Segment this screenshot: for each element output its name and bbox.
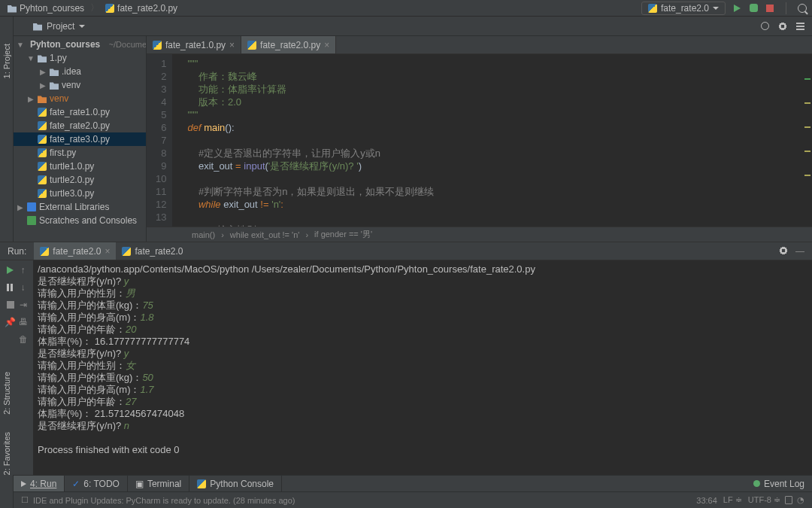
gear-icon[interactable]: [779, 246, 788, 255]
tree-item[interactable]: fate_rate2.0.py: [14, 119, 146, 132]
left-bottom-gutter: 2: Structure 2: Favorites: [0, 475, 14, 508]
project-view-dropdown[interactable]: Project: [27, 21, 91, 32]
folder-icon: [33, 22, 42, 31]
chevron-down-icon: [79, 25, 85, 28]
stop-icon: [766, 5, 774, 12]
python-icon: [38, 148, 47, 157]
stop-button[interactable]: [5, 300, 15, 309]
stop-button[interactable]: [765, 3, 775, 14]
tree-item[interactable]: turtle3.0.py: [14, 187, 146, 200]
tree-external-libs[interactable]: ▶External Libraries: [14, 200, 146, 214]
project-tree[interactable]: ▼Pyhton_courses ~/Documents/ ▼1.py ▶.ide…: [14, 36, 147, 242]
scratch-icon: [27, 216, 36, 225]
python-icon: [40, 247, 49, 256]
close-icon[interactable]: ×: [105, 246, 110, 257]
run-tool-tab[interactable]: 4: Run: [14, 476, 65, 491]
python-icon: [38, 135, 47, 144]
close-icon[interactable]: ×: [229, 40, 235, 50]
structure-tool-tab[interactable]: 2: Structure: [2, 369, 12, 418]
tree-root[interactable]: ▼Pyhton_courses ~/Documents/: [14, 38, 146, 51]
python-console-tool-tab[interactable]: Python Console: [189, 476, 282, 491]
project-toolbar: Project: [0, 17, 812, 36]
project-tool-tab[interactable]: 1: Project: [2, 41, 12, 81]
file-encoding[interactable]: UTF-8 ≑: [748, 495, 780, 505]
python-icon: [38, 121, 47, 130]
code-editor[interactable]: 12345678910111213141516 """ 作者：魏云峰 功能：体脂…: [147, 54, 812, 227]
search-everywhere-button[interactable]: [797, 3, 807, 14]
down-button[interactable]: ↓: [18, 282, 28, 292]
tree-item[interactable]: turtle1.0.py: [14, 160, 146, 173]
debug-button[interactable]: [748, 3, 759, 14]
python-icon: [153, 41, 162, 50]
pause-button[interactable]: [5, 282, 15, 292]
play-icon: [21, 481, 26, 487]
chevron-down-icon: [713, 7, 719, 10]
code-body[interactable]: """ 作者：魏云峰 功能：体脂率计算器 版本：2.0 """ def main…: [172, 54, 812, 227]
print-button[interactable]: 🖶: [18, 317, 28, 327]
todo-tool-tab[interactable]: ✓6: TODO: [65, 476, 128, 491]
trash-button[interactable]: 🗑: [18, 334, 28, 344]
tree-item[interactable]: ▶.idea: [14, 65, 146, 78]
editor-tab-active[interactable]: fate_rate2.0.py×: [241, 36, 336, 53]
breadcrumb-file[interactable]: fate_rate2.0.py: [102, 3, 180, 14]
tree-item[interactable]: turtle2.0.py: [14, 173, 146, 187]
tree-item[interactable]: first.py: [14, 146, 146, 160]
hide-icon[interactable]: —: [795, 246, 804, 257]
inspector-icon[interactable]: ◔: [797, 495, 804, 505]
breadcrumb-project[interactable]: Pyhton_courses: [5, 3, 87, 14]
folder-icon: [38, 53, 47, 62]
run-panel-label: Run:: [0, 246, 34, 257]
error-stripe: [804, 72, 812, 211]
lock-icon[interactable]: [785, 496, 792, 504]
breadcrumb: Pyhton_courses 〉 fate_rate2.0.py: [5, 2, 180, 14]
python-icon: [38, 175, 47, 184]
run-tab-active[interactable]: fate_rate2.0×: [34, 242, 116, 260]
left-gutter: 1: Project: [0, 36, 14, 242]
rerun-button[interactable]: [5, 265, 15, 275]
editor-tab[interactable]: fate_rate1.0.py×: [147, 36, 241, 53]
status-bar: ☐ IDE and Plugin Updates: PyCharm is rea…: [14, 491, 812, 508]
bug-icon: [750, 4, 758, 12]
run-tab[interactable]: fate_rate2.0: [116, 242, 189, 260]
python-icon: [38, 108, 47, 117]
scroll-from-source-icon[interactable]: [761, 22, 769, 30]
tree-scratches[interactable]: Scratches and Consoles: [14, 214, 146, 227]
cursor-position[interactable]: 33:64: [696, 496, 717, 505]
run-panel: Run: fate_rate2.0× fate_rate2.0 — 📌 ↑ ↓ …: [0, 242, 812, 475]
python-icon: [105, 4, 114, 13]
python-icon: [38, 162, 47, 171]
chevron-right-icon: 〉: [90, 2, 99, 14]
tree-item[interactable]: ▶venv: [14, 92, 146, 105]
tree-item[interactable]: fate_rate1.0.py: [14, 105, 146, 119]
up-button[interactable]: ↑: [18, 265, 28, 275]
line-separator[interactable]: LF ≑: [723, 495, 742, 505]
run-button[interactable]: [732, 3, 742, 14]
library-icon: [27, 202, 36, 211]
terminal-tool-tab[interactable]: ▣Terminal: [128, 476, 189, 491]
line-gutter: 12345678910111213141516: [147, 54, 172, 227]
editor-tabs: fate_rate1.0.py× fate_rate2.0.py×: [147, 36, 812, 54]
pin-button[interactable]: 📌: [5, 317, 15, 327]
run-config-selector[interactable]: fate_rate2.0: [641, 2, 726, 15]
favorites-tool-tab[interactable]: 2: Favorites: [2, 429, 12, 478]
navigation-bar: Pyhton_courses 〉 fate_rate2.0.py fate_ra…: [0, 0, 812, 17]
python-icon: [648, 4, 657, 13]
bottom-tool-tabs: 4: Run ✓6: TODO ▣Terminal Python Console…: [14, 475, 812, 491]
event-log-button[interactable]: Event Log: [746, 479, 812, 489]
folder-icon: [50, 67, 59, 76]
tree-item[interactable]: ▶venv: [14, 78, 146, 92]
status-message[interactable]: IDE and Plugin Updates: PyCharm is ready…: [33, 496, 295, 505]
code-breadcrumb[interactable]: main()›while exit_out != 'n'›if gender =…: [147, 227, 812, 242]
close-icon[interactable]: ×: [324, 40, 329, 50]
collapse-all-icon[interactable]: [796, 26, 804, 27]
tree-item[interactable]: ▼1.py: [14, 51, 146, 65]
play-icon: [734, 5, 741, 12]
console-output[interactable]: /anaconda3/python.app/Contents/MacOS/pyt…: [33, 260, 812, 475]
gear-icon[interactable]: [778, 22, 787, 31]
python-icon: [38, 189, 47, 198]
python-icon: [122, 247, 131, 256]
tree-item-selected[interactable]: fate_rate3.0.py: [14, 132, 146, 146]
folder-icon: [50, 81, 59, 90]
wrap-button[interactable]: ⇥: [18, 300, 28, 309]
notification-icon: [753, 480, 760, 487]
